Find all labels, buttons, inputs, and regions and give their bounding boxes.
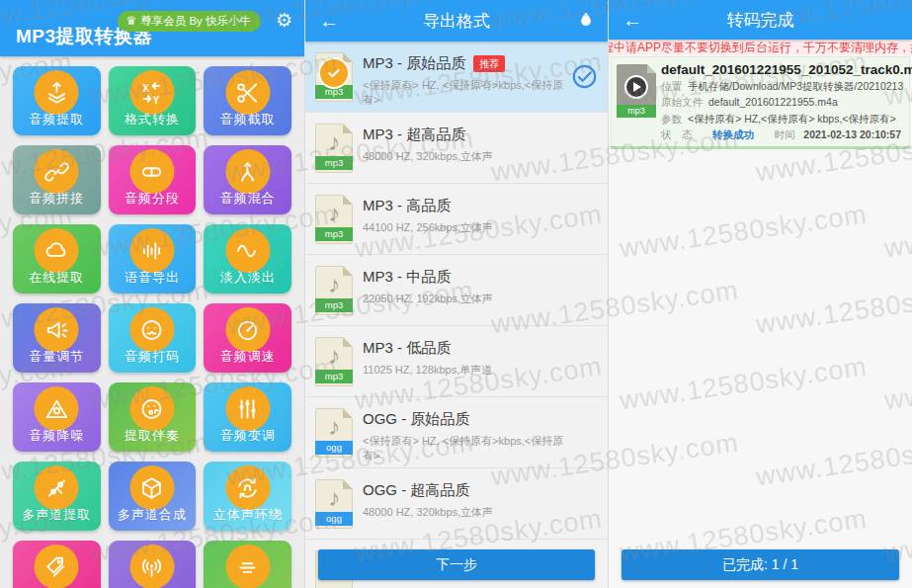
svg-text:X: X [143, 82, 150, 93]
gauge-icon [225, 307, 270, 352]
format-title: MP3 - 低品质 [363, 339, 564, 358]
tile-label: 音频拼接 [13, 190, 101, 208]
file-ext-banner: mp3 [315, 227, 353, 241]
tile-label: 多声道提取 [13, 506, 101, 524]
crown-icon: ♛ [125, 11, 136, 32]
tile-playlist[interactable] [204, 541, 291, 588]
tile-label: 音频混合 [204, 190, 291, 208]
tile-label: 音频提取 [13, 111, 101, 128]
back-arrow-icon[interactable]: ← [305, 1, 353, 41]
audio-file-icon: ♪ogg [315, 479, 353, 529]
tile-label: 音频变调 [204, 427, 291, 445]
music-note-icon: ♪ [316, 271, 352, 298]
format-title: MP3 - 超高品质 [363, 126, 564, 144]
tile-label: 音频降噪 [13, 427, 101, 445]
tile-waveform[interactable]: 语音导出 [109, 224, 197, 294]
file-ext-banner: ogg [315, 512, 353, 526]
result-card[interactable]: mp3 default_201601221955_201052_track0.m… [611, 56, 910, 149]
back-arrow-icon[interactable]: ← [609, 0, 656, 40]
tile-cloud[interactable]: 在线提取 [13, 224, 101, 294]
format-title: OGG - 原始品质 [363, 410, 564, 429]
tile-label: 音量调节 [13, 348, 101, 366]
audio-file-icon: ♪mp3 [315, 52, 353, 102]
format-desc: <保持原有> HZ, <保持原有>kbps,<保持原有> [363, 434, 564, 463]
sine-icon [225, 228, 270, 273]
app-screens: MP3提取转换器 ♛ 尊享会员 By 快乐小牛 ⚙ 音频提取XY格式转换音频截取… [0, 0, 912, 588]
svg-text:Y: Y [153, 94, 160, 105]
format-title: MP3 - 高品质 [363, 197, 564, 215]
tile-sliders[interactable]: 音频变调 [204, 382, 291, 452]
cube-icon [129, 465, 174, 510]
broadcast-icon [129, 545, 174, 588]
link-icon [35, 149, 79, 194]
status-success: 转换成功 [712, 128, 754, 140]
tags-icon [35, 545, 79, 588]
tile-megaphone[interactable]: 音量调节 [13, 303, 101, 373]
tile-merge[interactable]: 音频混合 [204, 145, 291, 214]
ink-drop-icon[interactable] [576, 10, 596, 32]
format-item[interactable]: ♪mp3MP3 - 中品质22050 HZ, 192kbps,立体声 [305, 255, 608, 326]
format-item[interactable]: ♪mp3MP3 - 低品质11025 HZ, 128kbps,单声道 [305, 326, 608, 397]
recommend-badge: 推荐 [473, 55, 505, 72]
format-desc: 48000 HZ, 320kbps,立体声 [363, 505, 564, 520]
cloud-icon [35, 228, 79, 273]
result-status-row: 状 态转换成功 时间 2021-02-13 20:10:57 [661, 128, 905, 142]
format-item[interactable]: ♪oggOGG - 超高品质48000 HZ, 320kbps,立体声 [305, 468, 608, 540]
page-fold [647, 64, 656, 73]
tile-layers-extract[interactable]: 音频提取 [13, 66, 101, 135]
tile-link[interactable]: 音频拼接 [13, 145, 101, 214]
file-ext-banner: ogg [315, 441, 353, 455]
format-desc: 22050 HZ, 192kbps,立体声 [363, 292, 564, 306]
megaphone-icon [35, 307, 79, 352]
settings-gear-icon[interactable]: ⚙ [276, 10, 292, 32]
result-file-name: default_201601221955_201052_track0.mp3 [661, 62, 905, 77]
result-params-row: 参数 <保持原有> HZ,<保持原有> kbps,<保持原有> [661, 113, 905, 126]
feature-grid: 音频提取XY格式转换音频截取音频拼接音频分段音频混合在线提取语音导出淡入淡出音量… [0, 56, 304, 588]
warning-marquee: 程中请APP尽量不要切换到后台运行，千万不要清理内存，如果可以请将转 [609, 40, 912, 55]
tile-gauge[interactable]: 音频调速 [204, 303, 291, 373]
tile-branch[interactable]: 多声道提取 [13, 462, 101, 531]
check-circle-icon[interactable] [571, 63, 598, 90]
surround-icon [225, 465, 270, 510]
format-item[interactable]: ♪mp3MP3 - 原始品质推荐<保持原有> HZ, <保持原有>kbps,<保… [305, 42, 608, 113]
format-desc: 44100 HZ, 256kbps,立体声 [363, 220, 564, 235]
audio-file-icon: ♪mp3 [315, 124, 353, 173]
tile-sine[interactable]: 淡入淡出 [204, 224, 291, 294]
vip-badge[interactable]: ♛ 尊享会员 By 快乐小牛 [118, 11, 261, 32]
tile-format-convert[interactable]: XY格式转换 [109, 66, 197, 135]
layers-extract-icon [35, 70, 79, 115]
tile-surround[interactable]: 立体声环绕 [204, 462, 291, 531]
completed-count-button[interactable]: 已完成: 1 / 1 [622, 549, 899, 580]
tile-denoise[interactable]: 音频降噪 [13, 382, 101, 452]
format-title: OGG - 超高品质 [363, 481, 564, 500]
tile-scissors[interactable]: 音频截取 [204, 66, 291, 135]
merge-icon [225, 149, 270, 194]
format-item[interactable]: ♪mp3MP3 - 超高品质48000 HZ, 320kbps,立体声 [305, 113, 608, 184]
tile-segment[interactable]: 音频分段 [109, 145, 197, 214]
tile-censor-face[interactable]: 音频打码 [109, 303, 197, 373]
denoise-icon [35, 386, 79, 431]
audio-file-icon: ♪mp3 [315, 266, 353, 315]
result-source-row: 原始文件 default_201601221955.m4a [661, 96, 905, 110]
format-item[interactable]: ♪mp3MP3 - 高品质44100 HZ, 256kbps,立体声 [305, 184, 608, 255]
tile-label: 格式转换 [109, 111, 197, 128]
tile-whistle-face[interactable]: 提取伴奏 [109, 382, 197, 452]
scissors-icon [225, 70, 270, 115]
mp3-file-thumbnail: mp3 [617, 64, 656, 118]
format-title: MP3 - 原始品质推荐 [363, 54, 564, 73]
format-item[interactable]: ♪oggOGG - 原始品质<保持原有> HZ, <保持原有>kbps,<保持原… [305, 397, 608, 468]
tile-label: 音频调速 [204, 348, 291, 366]
music-note-icon: ♪ [316, 200, 352, 227]
finish-time: 2021-02-13 20:10:57 [803, 128, 901, 140]
sliders-icon [225, 386, 270, 431]
vip-badge-label: 尊享会员 By 快乐小牛 [140, 11, 251, 32]
play-icon[interactable] [624, 75, 648, 99]
tile-broadcast[interactable] [109, 541, 197, 588]
file-ext-banner: mp3 [617, 105, 656, 118]
format-title: MP3 - 中品质 [363, 268, 564, 287]
tile-tags[interactable] [13, 541, 101, 588]
music-note-icon: ♪ [316, 413, 352, 441]
next-step-button[interactable]: 下一步 [318, 549, 595, 580]
tile-label: 在线提取 [13, 269, 101, 287]
tile-cube[interactable]: 多声道合成 [109, 462, 197, 531]
